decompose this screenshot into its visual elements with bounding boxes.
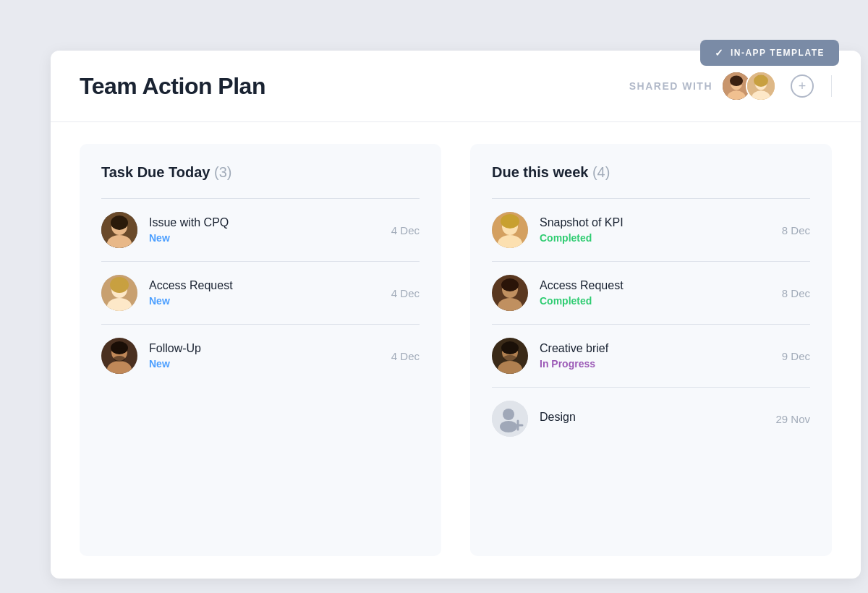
task-date: 8 Dec <box>782 287 810 299</box>
task-item[interactable]: Access Request New 4 Dec <box>101 262 420 325</box>
task-name: Access Request <box>540 279 770 292</box>
svg-point-3 <box>730 76 743 86</box>
column-week: Due this week (4) Snapshot of KPI <box>470 144 832 556</box>
task-date: 4 Dec <box>391 350 420 362</box>
task-info: Creative brief In Progress <box>540 342 770 370</box>
task-info: Snapshot of KPI Completed <box>540 216 770 244</box>
task-info: Design <box>540 411 764 427</box>
column-week-title: Due this week <box>492 164 588 180</box>
task-avatar <box>101 275 137 311</box>
task-date: 4 Dec <box>391 287 420 299</box>
column-today-count: (3) <box>214 164 231 180</box>
page-title: Team Action Plan <box>80 73 265 100</box>
header-divider <box>831 75 832 97</box>
task-avatar <box>492 275 528 311</box>
task-avatar <box>492 338 528 374</box>
task-status: Completed <box>540 232 770 244</box>
column-today: Task Due Today (3) Issue with CPQ <box>80 144 441 556</box>
task-item[interactable]: Access Request Completed 8 Dec <box>492 262 810 325</box>
shared-label: SHARED WITH <box>629 80 712 92</box>
task-avatar <box>101 212 137 248</box>
task-info: Issue with CPQ New <box>149 216 380 244</box>
content-area: Task Due Today (3) Issue with CPQ <box>51 122 861 578</box>
task-avatar <box>492 401 528 437</box>
avatar-2 <box>746 71 776 101</box>
task-name: Snapshot of KPI <box>540 216 770 229</box>
task-status: In Progress <box>540 358 770 370</box>
task-name: Access Request <box>149 279 380 292</box>
task-name: Issue with CPQ <box>149 216 380 229</box>
column-week-count: (4) <box>592 164 610 180</box>
add-collaborator-button[interactable]: + <box>791 74 814 98</box>
task-date: 9 Dec <box>782 350 810 362</box>
task-status: Completed <box>540 295 770 307</box>
task-status: New <box>149 232 380 244</box>
column-today-title: Task Due Today <box>101 164 210 180</box>
task-item[interactable]: Issue with CPQ New 4 Dec <box>101 199 420 262</box>
svg-point-35 <box>503 409 514 420</box>
task-name: Design <box>540 411 764 424</box>
task-info: Follow-Up New <box>149 342 380 370</box>
task-status: New <box>149 358 380 370</box>
task-status: New <box>149 295 380 307</box>
task-avatar <box>101 338 137 374</box>
task-name: Creative brief <box>540 342 770 355</box>
column-today-header: Task Due Today (3) <box>101 164 420 181</box>
task-item[interactable]: Design 29 Nov <box>492 388 810 450</box>
task-date: 29 Nov <box>775 413 810 425</box>
svg-point-36 <box>500 421 517 432</box>
task-item[interactable]: Follow-Up New 4 Dec <box>101 325 420 387</box>
template-banner[interactable]: ✓ IN-APP TEMPLATE <box>700 40 839 66</box>
task-avatar <box>492 212 528 248</box>
avatar-group <box>721 71 776 101</box>
header-right: SHARED WITH <box>629 71 832 101</box>
task-date: 8 Dec <box>782 224 810 236</box>
svg-point-33 <box>503 355 516 361</box>
task-name: Follow-Up <box>149 342 380 355</box>
svg-point-20 <box>114 356 125 362</box>
task-item[interactable]: Creative brief In Progress 9 Dec <box>492 325 810 388</box>
template-banner-label: IN-APP TEMPLATE <box>731 48 825 58</box>
main-card: Team Action Plan SHARED WITH <box>51 51 861 579</box>
task-info: Access Request Completed <box>540 279 770 307</box>
task-info: Access Request New <box>149 279 380 307</box>
check-icon: ✓ <box>715 47 725 59</box>
task-item[interactable]: Snapshot of KPI Completed 8 Dec <box>492 199 810 262</box>
task-date: 4 Dec <box>391 224 420 236</box>
column-week-header: Due this week (4) <box>492 164 810 181</box>
svg-point-11 <box>111 216 128 230</box>
